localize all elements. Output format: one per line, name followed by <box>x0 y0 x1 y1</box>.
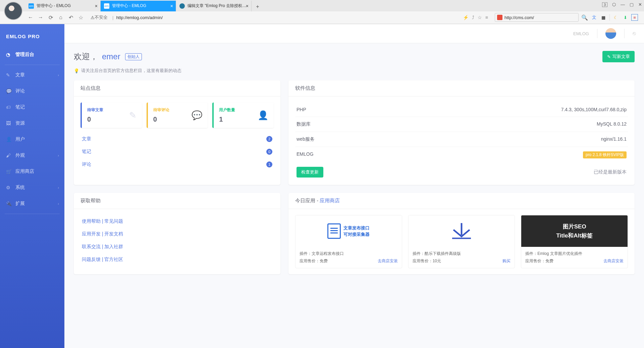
sidebar-item-articles[interactable]: ✎文章› <box>0 67 64 83</box>
close-window-icon[interactable]: ✕ <box>638 2 642 7</box>
sidebar-item-comments[interactable]: 💬评论 <box>0 83 64 99</box>
sidebar-item-resources[interactable]: 🖼资源 <box>0 115 64 131</box>
tag-icon: 🏷 <box>6 105 12 110</box>
url-bar[interactable]: ⚠ 不安全 | http://emlog.com/admin/ <box>88 13 456 22</box>
stat-pending-comments[interactable]: 待审评论0💬 <box>147 102 208 128</box>
install-link[interactable]: 去商店安装 <box>378 258 398 265</box>
role-badge: 创始人 <box>125 53 142 60</box>
plug-icon: 🔌 <box>6 201 12 206</box>
more-icon[interactable]: ≡ <box>485 15 488 20</box>
chevron-right-icon: › <box>58 186 59 190</box>
software-info-card: 软件信息 PHP7.4.3, 300s,100M,curl7.68.0,zip … <box>288 80 635 185</box>
buy-link[interactable]: 购买 <box>502 258 511 265</box>
star-icon[interactable]: ☆ <box>78 14 84 21</box>
pencil-icon: ✎ <box>129 110 137 121</box>
help-link[interactable]: 使用帮助 | 常见问题 <box>80 215 274 228</box>
chat-icon: 💬 <box>192 110 202 121</box>
main: EMLOG ⎋ 欢迎， emer 创始人 ✎写新文章 💡请关注后台首页的官方信息… <box>64 24 644 348</box>
card-title: 今日应用 - 应用商店 <box>288 193 635 209</box>
close-icon[interactable]: × <box>170 3 173 9</box>
app-thumb: 文章发布接口可对接采集器 <box>296 215 402 247</box>
profile-avatar[interactable] <box>4 2 22 20</box>
share-icon[interactable]: ⤴ <box>472 15 474 20</box>
download-icon[interactable]: ⬇ <box>622 14 629 21</box>
info-row: PHP7.4.3, 300s,100M,curl7.68.0,zip <box>295 102 628 117</box>
app-thumb <box>409 215 515 247</box>
grid-icon[interactable]: ▦ <box>600 14 607 21</box>
new-tab-button[interactable]: + <box>253 2 262 11</box>
sidebar-item-system[interactable]: ⚙系统› <box>0 180 64 196</box>
install-link[interactable]: 去商店安装 <box>603 258 624 265</box>
comments-link[interactable]: 评论 <box>82 161 91 167</box>
sidebar-item-label: 扩展 <box>15 201 25 207</box>
page-title: 欢迎， emer 创始人 <box>74 51 142 62</box>
insecure-icon: ⚠ <box>91 15 95 20</box>
app-store-link[interactable]: 应用商店 <box>320 198 340 203</box>
search-icon[interactable]: 🔍 <box>581 14 588 21</box>
app-name: 插件：文章远程发布接口 <box>300 250 398 258</box>
home-icon[interactable]: ⌂ <box>58 14 64 20</box>
favicon-icon: em <box>29 3 34 9</box>
extension-url-bar[interactable]: http://cms.com/ <box>495 13 579 22</box>
app-price: 应用售价：10元 <box>413 259 441 263</box>
app-card[interactable]: 图片SEOTitle和Alt标签 插件：Emlog 文章图片优化插件应用售价：免… <box>521 215 628 268</box>
sidebar-item-dashboard[interactable]: ◔管理后台 <box>0 47 64 63</box>
logout-icon[interactable]: ⎋ <box>633 30 636 37</box>
new-article-button[interactable]: ✎写新文章 <box>602 51 635 62</box>
notes-link[interactable]: 笔记 <box>82 149 91 155</box>
articles-link[interactable]: 文章 <box>82 136 91 142</box>
bookmark-icon[interactable]: ☆ <box>478 15 482 20</box>
app-card[interactable]: 文章发布接口可对接采集器 插件：文章远程发布接口应用售价：免费去商店安装 <box>295 215 402 268</box>
tab-title: 管理中心 - EMLOG <box>112 3 146 9</box>
sidebar-item-notes[interactable]: 🏷笔记 <box>0 99 64 115</box>
sidebar-item-appearance[interactable]: 🖌外观› <box>0 147 64 163</box>
list-item: 笔记0 <box>80 145 274 158</box>
help-link[interactable]: 应用开发 | 开发文档 <box>80 228 274 240</box>
moon-icon[interactable]: ☾ <box>612 14 619 21</box>
help-link[interactable]: 联系交流 | 加入社群 <box>80 240 274 253</box>
chevron-right-icon: › <box>58 153 59 157</box>
app-shell: EMLOG PRO ◔管理后台 ✎文章› 💬评论 🏷笔记 🖼资源 👤用户 🖌外观… <box>0 24 644 348</box>
sidebar-item-label: 笔记 <box>15 104 25 110</box>
sidebar-item-users[interactable]: 👤用户 <box>0 131 64 147</box>
forward-icon[interactable]: → <box>38 14 44 20</box>
browser-tab[interactable]: 编辑文章 "Emlog Pro 去除授权…× <box>176 1 252 11</box>
reload-icon[interactable]: ⟳ <box>48 14 54 21</box>
close-icon[interactable]: × <box>246 3 249 9</box>
close-icon[interactable]: × <box>95 3 98 9</box>
sidebar-item-store[interactable]: 🛒应用商店 <box>0 163 64 180</box>
flash-icon[interactable]: ⚡ <box>463 15 469 20</box>
brand-logo[interactable]: EMLOG PRO <box>0 25 64 47</box>
back-icon[interactable]: ← <box>28 14 34 20</box>
app-card[interactable]: 插件：酷乐下载插件高级版应用售价：10元购买 <box>408 215 515 268</box>
browser-tab[interactable]: em管理中心 - EMLOG× <box>101 1 176 11</box>
help-link[interactable]: 问题反馈 | 官方社区 <box>80 253 274 266</box>
ext-url-text: http://cms.com/ <box>504 15 534 20</box>
user-icon: 👤 <box>6 137 12 142</box>
topbar-user[interactable]: EMLOG <box>573 31 589 36</box>
ext-icon[interactable]: ⬡ <box>612 2 616 7</box>
sidebar-item-extensions[interactable]: 🔌扩展› <box>0 196 64 212</box>
tab-title: 管理中心 - EMLOG <box>37 3 71 9</box>
welcome-username[interactable]: emer <box>102 52 120 61</box>
minimize-icon[interactable]: ― <box>621 2 625 7</box>
browser-tab[interactable]: em管理中心 - EMLOG× <box>25 1 101 11</box>
stat-pending-articles[interactable]: 待审文章0✎ <box>80 102 142 128</box>
tab-count-badge[interactable]: 3 <box>602 2 607 7</box>
user-icon: 👤 <box>258 110 268 121</box>
info-row: EMLOGpro 2.1.8 铁杆SVIP版 <box>295 147 628 163</box>
menu-icon[interactable]: ≡ <box>631 14 638 21</box>
translate-icon[interactable]: 文 <box>591 14 597 21</box>
brush-icon: 🖌 <box>6 153 12 158</box>
nav-bar: ← → ⟳ ⌂ ↶ ☆ ⚠ 不安全 | http://emlog.com/adm… <box>0 11 644 24</box>
info-row: web服务nginx/1.16.1 <box>295 132 628 147</box>
check-update-button[interactable]: 检查更新 <box>297 167 323 178</box>
card-title: 站点信息 <box>74 80 280 96</box>
avatar[interactable] <box>605 28 616 39</box>
undo-icon[interactable]: ↶ <box>68 14 74 21</box>
content: 欢迎， emer 创始人 ✎写新文章 💡请关注后台首页的官方信息栏目，这里有最新… <box>64 43 644 348</box>
maximize-icon[interactable]: ▢ <box>630 2 634 7</box>
sidebar-item-label: 评论 <box>15 88 25 94</box>
stat-users[interactable]: 用户数量1👤 <box>212 102 274 128</box>
version-badge: pro 2.1.8 铁杆SVIP版 <box>583 151 627 158</box>
